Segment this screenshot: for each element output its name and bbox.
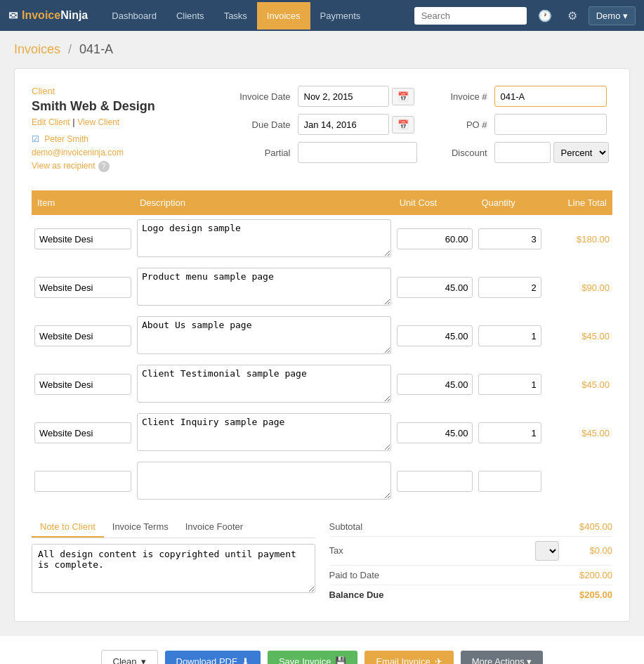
invoice-num-input[interactable] [494,86,607,107]
cell-qty-4 [475,409,544,457]
email-invoice-button[interactable]: Email Invoice ✈ [364,651,453,664]
item-input-0[interactable] [34,228,131,249]
discount-wrap: Percent Amount [494,142,609,163]
cost-input-0[interactable] [397,228,473,249]
nav-invoices[interactable]: Invoices [257,2,310,30]
cell-total-1: $90.00 [544,263,612,312]
desc-textarea-1[interactable]: Product menu sample page [137,268,391,306]
cell-cost-0 [394,215,476,263]
item-input-1[interactable] [34,277,131,298]
tax-select[interactable] [535,541,559,561]
nav-links: Dashboard Clients Tasks Invoices Payment… [102,2,370,30]
nav-dashboard[interactable]: Dashboard [102,2,166,30]
po-label: PO # [431,119,487,130]
cost-input-1[interactable] [397,277,473,298]
discount-type-select[interactable]: Percent Amount [553,142,609,163]
cell-total-2: $45.00 [544,312,612,360]
note-textarea[interactable]: All design content is copyrighted until … [32,544,315,593]
col-header-item: Item [32,190,134,215]
edit-client-link[interactable]: Edit Client [32,117,70,127]
contact-checkbox[interactable]: ☑ [32,134,39,144]
demo-menu-button[interactable]: Demo ▾ [589,6,636,25]
save-invoice-button[interactable]: Save Invoice 💾 [268,651,357,664]
notes-tabs: Note to Client Invoice Terms Invoice Foo… [32,517,315,538]
item-input-5[interactable] [34,471,131,492]
cell-desc-4: Client Inquiry sample page [134,409,394,457]
qty-input-2[interactable] [478,325,541,346]
nav-payments[interactable]: Payments [310,2,371,30]
cell-qty-1 [475,263,544,312]
cost-input-2[interactable] [397,325,473,346]
cell-desc-3: Client Testimonial sample page [134,360,394,409]
table-row: Logo design sample $180.00 [32,215,612,263]
partial-label: Partial [228,148,291,158]
qty-input-1[interactable] [478,277,541,298]
desc-textarea-2[interactable]: About Us sample page [137,316,391,354]
discount-input[interactable] [494,142,551,163]
nav-tasks[interactable]: Tasks [214,2,257,30]
col-header-line-total: Line Total [544,190,612,215]
qty-input-5[interactable] [478,471,541,492]
brand-logo: ✉ InvoiceNinja [8,9,88,22]
cell-item-3 [32,360,134,409]
po-input[interactable] [494,114,607,135]
view-recipient-link[interactable]: View as recipient [32,160,96,173]
partial-input[interactable] [298,142,417,163]
cell-item-1 [32,263,134,312]
tab-note-to-client[interactable]: Note to Client [32,517,104,538]
clock-icon[interactable]: 🕐 [534,6,556,25]
paid-value: $200.00 [563,570,612,580]
item-input-4[interactable] [34,422,131,443]
contact-name-link[interactable]: Peter Smith [44,134,88,144]
desc-textarea-4[interactable]: Client Inquiry sample page [137,413,391,451]
brand-icon: ✉ [8,9,18,22]
gear-icon[interactable]: ⚙ [563,6,581,25]
cost-input-5[interactable] [397,471,473,492]
cost-input-4[interactable] [397,422,473,443]
help-icon[interactable]: ? [98,161,110,172]
due-date-input[interactable] [298,114,389,135]
bottom-section: Note to Client Invoice Terms Invoice Foo… [32,517,612,604]
more-actions-label: More Actions ▾ [472,656,532,664]
desc-textarea-5[interactable] [137,462,391,500]
item-input-2[interactable] [34,325,131,346]
notes-section: Note to Client Invoice Terms Invoice Foo… [32,517,315,604]
cell-total-0: $180.00 [544,215,612,263]
send-icon: ✈ [435,656,442,664]
subtotal-label: Subtotal [329,521,564,532]
nav-clients[interactable]: Clients [166,2,214,30]
qty-input-0[interactable] [478,228,541,249]
balance-value: $205.00 [563,590,612,600]
paid-label: Paid to Date [329,570,564,580]
table-row: Client Testimonial sample page $45.00 [32,360,612,409]
qty-input-3[interactable] [478,374,541,395]
invoice-header: Client Smith Web & Design Edit Client | … [32,86,612,174]
invoice-date-calendar-icon[interactable]: 📅 [392,88,414,105]
footer-buttons: Clean ▾ Download PDF ⬇ Save Invoice 💾 Em… [0,636,644,664]
cell-cost-1 [394,263,476,312]
totals-section: Subtotal $405.00 Tax $0.00 Paid to Date … [329,517,613,604]
clean-dropdown-icon: ▾ [141,656,146,664]
clean-dropdown[interactable]: Clean ▾ [101,650,158,664]
due-date-calendar-icon[interactable]: 📅 [392,116,414,134]
tab-invoice-footer[interactable]: Invoice Footer [177,517,251,538]
invoice-date-input[interactable] [298,86,389,107]
download-pdf-button[interactable]: Download PDF ⬇ [165,651,261,664]
discount-row: Discount Percent Amount [431,142,613,163]
desc-textarea-0[interactable]: Logo design sample [137,219,391,257]
tab-invoice-terms[interactable]: Invoice Terms [104,517,177,538]
cell-cost-3 [394,360,476,409]
qty-input-4[interactable] [478,422,541,443]
due-date-wrap: 📅 [298,114,414,135]
more-actions-button[interactable]: More Actions ▾ [461,651,544,664]
item-input-3[interactable] [34,374,131,395]
col-header-description: Description [134,190,394,215]
view-recipient-wrap: View as recipient ? [32,160,213,173]
cell-desc-1: Product menu sample page [134,263,394,312]
desc-textarea-3[interactable]: Client Testimonial sample page [137,365,391,403]
contact-email-link[interactable]: demo@invoiceninja.com [32,148,124,157]
breadcrumb-parent[interactable]: Invoices [14,42,60,56]
search-input[interactable] [414,7,527,25]
cost-input-3[interactable] [397,374,473,395]
view-client-link[interactable]: View Client [77,117,119,127]
